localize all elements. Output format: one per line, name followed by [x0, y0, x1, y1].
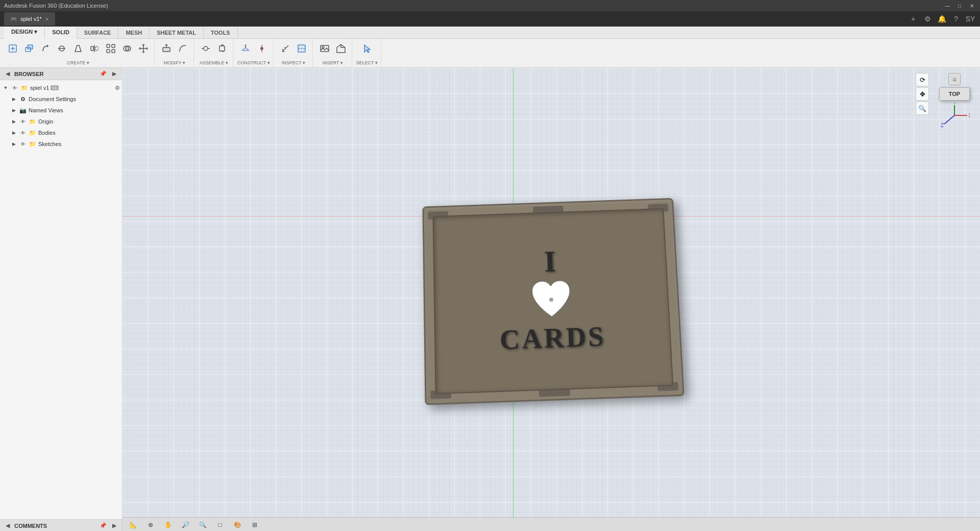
sweep-btn[interactable] [54, 41, 69, 56]
eye-sketches[interactable]: 👁 [19, 140, 27, 148]
user-btn[interactable]: SY [965, 13, 976, 25]
assemble-label[interactable]: ASSEMBLE ▾ [200, 60, 228, 65]
tab-close-btn[interactable]: ✕ [45, 16, 49, 22]
assemble-btn[interactable] [214, 41, 230, 56]
tab-title: spiel v1* [20, 16, 42, 22]
browser-panel: ◀ BROWSER 📌 ▶ ▼ 👁 📁 spiel v1 v1 ⚙ ▶ ⚙ Do… [0, 68, 122, 531]
tree-item-bodies[interactable]: ▶ 👁 📁 Bodies [0, 127, 122, 138]
pan-btn[interactable]: ✥ [916, 87, 929, 101]
comments-expand-btn[interactable]: ▶ [110, 521, 119, 530]
document-tab[interactable]: 🎮 spiel v1* ✕ [4, 12, 55, 26]
zoom-btn[interactable]: 🔍 [916, 102, 929, 115]
notification-btn[interactable]: 🔔 [936, 13, 947, 25]
expand-sketches[interactable]: ▶ [10, 140, 17, 148]
tab-mesh[interactable]: MESH [118, 27, 150, 39]
svg-text:Y: Y [953, 103, 957, 105]
eye-bodies[interactable]: 👁 [19, 129, 27, 137]
home-icon[interactable]: ⌂ [948, 73, 961, 85]
close-button[interactable]: ✕ [968, 2, 976, 10]
mirror-btn[interactable] [87, 41, 102, 56]
grid-btn[interactable]: ⊞ [247, 517, 262, 532]
help-btn[interactable]: ? [950, 13, 962, 25]
design-dropdown[interactable]: DESIGN ▾ [4, 27, 45, 39]
expand-origin[interactable]: ▶ [10, 118, 17, 125]
pattern-btn[interactable] [103, 41, 118, 56]
magnify-btn[interactable]: 🔍 [195, 517, 210, 532]
modify-label[interactable]: MODIFY ▾ [164, 60, 185, 65]
new-component-btn[interactable] [5, 41, 20, 56]
create-label[interactable]: CREATE ▾ [67, 60, 89, 65]
construct-label[interactable]: CONSTRUCT ▾ [237, 60, 270, 65]
expand-doc[interactable]: ▶ [10, 95, 17, 103]
tab-tools[interactable]: TOOLS [204, 27, 238, 39]
comments-pin-btn[interactable]: 📌 [99, 521, 108, 530]
section-analysis-btn[interactable] [294, 41, 309, 56]
construct-plane-btn[interactable] [238, 41, 253, 56]
measure-btn[interactable] [278, 41, 293, 56]
combine-btn[interactable] [119, 41, 135, 56]
minimize-button[interactable]: — [943, 2, 951, 10]
svg-rect-10 [112, 44, 115, 47]
insert-label[interactable]: INSERT ▾ [323, 60, 343, 65]
view-cube[interactable]: ⌂ TOP X Y Z [934, 73, 975, 114]
inspect-label[interactable]: INSPECT ▾ [282, 60, 305, 65]
insert-svg-btn[interactable] [333, 41, 349, 56]
tab-file-icon: 🎮 [10, 16, 17, 22]
assemble-icons [198, 41, 230, 56]
construct-axis-btn[interactable] [254, 41, 270, 56]
extrude-btn[interactable] [21, 41, 37, 56]
modify-icons [159, 41, 190, 56]
icon-bodies: 📁 [29, 129, 37, 137]
tab-solid[interactable]: SOLID [45, 27, 77, 39]
hand-btn[interactable]: ✋ [160, 517, 176, 532]
select-btn[interactable] [359, 41, 375, 56]
tree-item-origin[interactable]: ▶ 👁 📁 Origin [0, 116, 122, 127]
revolve-btn[interactable] [38, 41, 53, 56]
zoom-fit-btn[interactable]: 🔎 [178, 517, 193, 532]
move-btn[interactable] [136, 41, 151, 56]
eye-root[interactable]: 👁 [11, 84, 19, 92]
eye-origin[interactable]: 👁 [19, 117, 27, 126]
tree-item-root[interactable]: ▼ 👁 📁 spiel v1 v1 ⚙ [0, 82, 122, 93]
viewport[interactable]: I CARDS ⌂ TOP [122, 68, 980, 531]
title-bar: Autodesk Fusion 360 (Education License) … [0, 0, 980, 11]
press-pull-btn[interactable] [159, 41, 174, 56]
visual-style-btn[interactable]: 🎨 [230, 517, 245, 532]
comments-title: COMMENTS [14, 523, 96, 529]
tab-bar: 🎮 spiel v1* ✕ + ⚙ 🔔 ? SY [0, 11, 980, 27]
tree-item-sketches[interactable]: ▶ 👁 📁 Sketches [0, 138, 122, 150]
settings-btn[interactable]: ⚙ [922, 13, 933, 25]
svg-rect-9 [107, 44, 110, 47]
browser-pin-btn[interactable]: 📌 [99, 69, 108, 79]
nav-icons: ⟳ ✥ 🔍 [916, 73, 929, 115]
svg-rect-8 [95, 46, 98, 51]
tab-sheet-metal[interactable]: SHEET METAL [150, 27, 204, 39]
loft-btn[interactable] [70, 41, 86, 56]
browser-settings-btn[interactable]: ▶ [110, 69, 119, 79]
tree-item-named-views[interactable]: ▶ 📷 Named Views [0, 105, 122, 116]
view-cube-top[interactable]: TOP [939, 87, 970, 101]
expand-views[interactable]: ▶ [10, 107, 17, 114]
joint-btn[interactable] [198, 41, 213, 56]
insert-image-btn[interactable] [317, 41, 332, 56]
select-label[interactable]: SELECT ▾ [356, 60, 378, 65]
snap-btn[interactable]: 📐 [126, 517, 141, 532]
toolbar-icons: CREATE ▾ MODIFY ▾ [0, 39, 980, 67]
fillet-btn[interactable] [175, 41, 190, 56]
tab-surface[interactable]: SURFACE [77, 27, 119, 39]
tree-item-doc-settings[interactable]: ▶ ⚙ Document Settings [0, 93, 122, 105]
browser-tree: ▼ 👁 📁 spiel v1 v1 ⚙ ▶ ⚙ Document Setting… [0, 80, 122, 519]
orbit-btn[interactable]: ⟳ [916, 73, 929, 86]
icon-doc: ⚙ [19, 95, 27, 103]
new-tab-btn[interactable]: + [908, 13, 919, 25]
icon-root: 📁 [20, 84, 29, 92]
origin-btn[interactable]: ⊕ [143, 517, 158, 532]
label-sketches: Sketches [38, 141, 61, 147]
browser-back-btn[interactable]: ◀ [3, 69, 12, 79]
expand-bodies[interactable]: ▶ [10, 129, 17, 136]
display-mode-btn[interactable]: □ [212, 517, 228, 532]
root-settings[interactable]: ⚙ [113, 83, 122, 92]
expand-root[interactable]: ▼ [2, 84, 9, 91]
maximize-button[interactable]: □ [955, 2, 964, 10]
comments-back-btn[interactable]: ◀ [3, 521, 12, 530]
